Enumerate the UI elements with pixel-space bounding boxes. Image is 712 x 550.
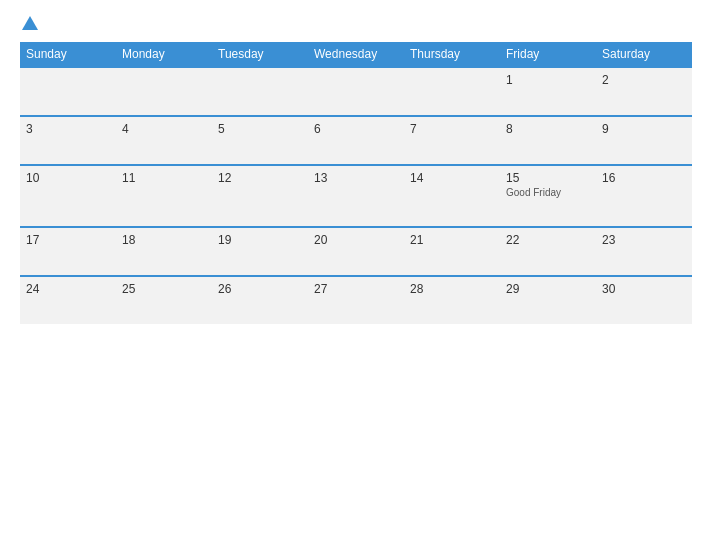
weekday-header-friday: Friday (500, 42, 596, 67)
calendar-cell: 10 (20, 165, 116, 227)
day-number: 12 (218, 171, 302, 185)
day-number: 28 (410, 282, 494, 296)
calendar-cell: 8 (500, 116, 596, 165)
logo-triangle-icon (22, 16, 38, 30)
day-number: 5 (218, 122, 302, 136)
day-number: 9 (602, 122, 686, 136)
day-number: 7 (410, 122, 494, 136)
calendar-cell: 2 (596, 67, 692, 116)
calendar-cell: 28 (404, 276, 500, 324)
day-number: 25 (122, 282, 206, 296)
weekday-header-sunday: Sunday (20, 42, 116, 67)
calendar-page: SundayMondayTuesdayWednesdayThursdayFrid… (0, 0, 712, 550)
calendar-cell: 5 (212, 116, 308, 165)
calendar-header (20, 18, 692, 32)
day-number: 30 (602, 282, 686, 296)
calendar-cell: 14 (404, 165, 500, 227)
calendar-cell: 25 (116, 276, 212, 324)
day-number: 24 (26, 282, 110, 296)
day-number: 21 (410, 233, 494, 247)
calendar-week-row: 17181920212223 (20, 227, 692, 276)
day-number: 22 (506, 233, 590, 247)
day-number: 20 (314, 233, 398, 247)
calendar-cell (404, 67, 500, 116)
calendar-cell: 21 (404, 227, 500, 276)
day-number: 23 (602, 233, 686, 247)
day-number: 10 (26, 171, 110, 185)
calendar-week-row: 12 (20, 67, 692, 116)
calendar-cell: 15Good Friday (500, 165, 596, 227)
calendar-cell: 13 (308, 165, 404, 227)
calendar-cell (212, 67, 308, 116)
day-number: 27 (314, 282, 398, 296)
calendar-cell: 16 (596, 165, 692, 227)
calendar-cell: 24 (20, 276, 116, 324)
calendar-cell: 29 (500, 276, 596, 324)
day-number: 18 (122, 233, 206, 247)
logo (20, 18, 38, 32)
calendar-cell: 12 (212, 165, 308, 227)
day-number: 17 (26, 233, 110, 247)
day-number: 16 (602, 171, 686, 185)
day-number: 29 (506, 282, 590, 296)
calendar-cell: 1 (500, 67, 596, 116)
day-number: 2 (602, 73, 686, 87)
day-number: 26 (218, 282, 302, 296)
calendar-cell: 30 (596, 276, 692, 324)
weekday-header-monday: Monday (116, 42, 212, 67)
day-number: 19 (218, 233, 302, 247)
weekday-header-saturday: Saturday (596, 42, 692, 67)
calendar-cell: 7 (404, 116, 500, 165)
calendar-cell: 6 (308, 116, 404, 165)
day-number: 4 (122, 122, 206, 136)
calendar-cell: 4 (116, 116, 212, 165)
calendar-week-row: 3456789 (20, 116, 692, 165)
day-number: 1 (506, 73, 590, 87)
weekday-header-tuesday: Tuesday (212, 42, 308, 67)
calendar-cell: 19 (212, 227, 308, 276)
weekday-header-wednesday: Wednesday (308, 42, 404, 67)
calendar-cell: 3 (20, 116, 116, 165)
calendar-cell: 27 (308, 276, 404, 324)
calendar-week-row: 24252627282930 (20, 276, 692, 324)
day-number: 11 (122, 171, 206, 185)
calendar-cell: 22 (500, 227, 596, 276)
calendar-week-row: 101112131415Good Friday16 (20, 165, 692, 227)
calendar-cell (116, 67, 212, 116)
calendar-cell: 9 (596, 116, 692, 165)
day-number: 14 (410, 171, 494, 185)
day-number: 15 (506, 171, 590, 185)
calendar-cell: 23 (596, 227, 692, 276)
day-number: 13 (314, 171, 398, 185)
calendar-cell: 18 (116, 227, 212, 276)
weekday-header-thursday: Thursday (404, 42, 500, 67)
calendar-table: SundayMondayTuesdayWednesdayThursdayFrid… (20, 42, 692, 324)
day-number: 8 (506, 122, 590, 136)
calendar-cell: 11 (116, 165, 212, 227)
calendar-header-row: SundayMondayTuesdayWednesdayThursdayFrid… (20, 42, 692, 67)
holiday-label: Good Friday (506, 187, 590, 198)
day-number: 6 (314, 122, 398, 136)
calendar-cell (308, 67, 404, 116)
calendar-cell: 26 (212, 276, 308, 324)
calendar-cell: 17 (20, 227, 116, 276)
day-number: 3 (26, 122, 110, 136)
calendar-cell: 20 (308, 227, 404, 276)
calendar-cell (20, 67, 116, 116)
